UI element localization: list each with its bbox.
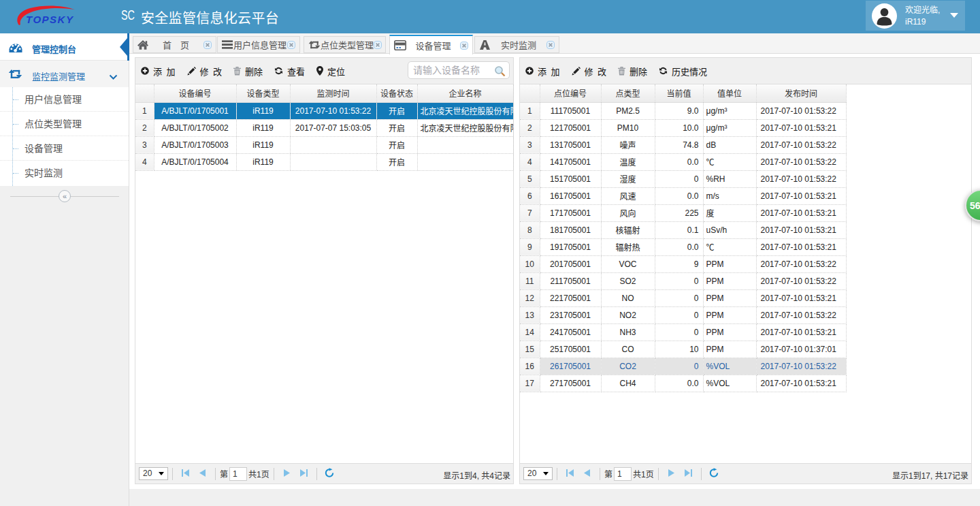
svg-text:TOPSKY: TOPSKY bbox=[26, 14, 74, 25]
